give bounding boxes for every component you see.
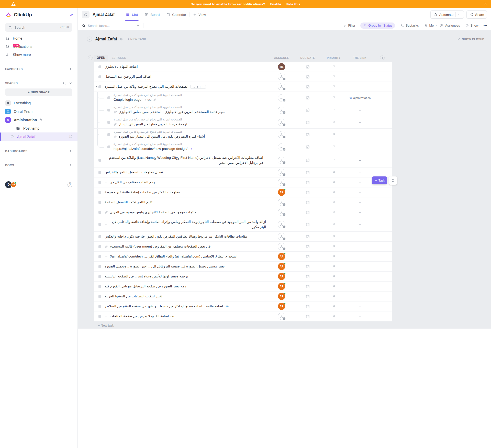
- assignee-cell[interactable]: AR: [269, 293, 295, 300]
- task-row[interactable]: عند اضافه قائمه .. اضافه فيديوا او اكثر …: [94, 301, 392, 311]
- task-row[interactable]: تقيم التاجر نعتمد الناسفل الصفحة + –: [94, 197, 392, 207]
- task-link[interactable]: ajmalzafaf.co: [349, 96, 371, 99]
- priority-cell[interactable]: [321, 222, 347, 226]
- assignee-cell[interactable]: MS: [269, 63, 295, 70]
- add-assignee-button[interactable]: +: [278, 157, 285, 164]
- list-status-icon[interactable]: [82, 11, 90, 18]
- link-cell[interactable]: –: [347, 265, 373, 268]
- task-row[interactable]: رقم الطلب مختلف في الكل من + –: [94, 177, 392, 187]
- due-date-cell[interactable]: [295, 190, 321, 195]
- close-banner-icon[interactable]: [484, 2, 487, 6]
- priority-cell[interactable]: [321, 96, 347, 100]
- assignee-cell[interactable]: +: [269, 313, 295, 320]
- sidebar-search-input[interactable]: Search Ctrl+K: [5, 23, 72, 32]
- task-title[interactable]: اضافة معلومات الاعراس عند تسجل الاعراس (…: [105, 155, 263, 165]
- expand-caret-icon[interactable]: [95, 85, 98, 88]
- priority-cell[interactable]: [321, 85, 347, 89]
- link-cell[interactable]: –: [347, 285, 373, 288]
- priority-cell[interactable]: [321, 295, 347, 298]
- task-row[interactable]: تغيير مسمى تحميل الصوره في صفحه البروفاي…: [94, 262, 392, 272]
- task-status-square[interactable]: [98, 181, 101, 184]
- priority-cell[interactable]: [321, 245, 347, 249]
- add-assignee-button[interactable]: +: [278, 209, 285, 216]
- avatar[interactable]: AR: [10, 182, 16, 188]
- link-cell[interactable]: –: [347, 255, 373, 259]
- priority-cell[interactable]: [321, 315, 347, 318]
- column-header-assignee[interactable]: ASSIGNEE: [274, 56, 289, 59]
- assignee-cell[interactable]: +: [269, 179, 295, 186]
- column-header-priority[interactable]: PRIORITY: [327, 56, 341, 59]
- task-row[interactable]: اضافة المهام بالانجليزي MS –: [94, 62, 392, 72]
- due-date-cell[interactable]: [295, 284, 321, 289]
- task-title[interactable]: حجم قائمة المستخدم العربي غير الانجليزي …: [119, 109, 225, 115]
- priority-cell[interactable]: [321, 210, 347, 214]
- task-status-square[interactable]: [98, 265, 101, 268]
- due-date-cell[interactable]: [295, 75, 321, 79]
- assignee-avatar[interactable]: MS: [278, 63, 285, 70]
- task-row[interactable]: في بعض الصفحات مختلف عن المفروض (user mu…: [94, 242, 392, 252]
- link-cell[interactable]: –: [347, 315, 373, 318]
- link-cell[interactable]: –: [347, 171, 373, 174]
- assignee-cell[interactable]: +: [269, 107, 295, 114]
- add-assignee-button[interactable]: +: [278, 243, 285, 250]
- assignee-cell[interactable]: AR: [269, 263, 295, 270]
- new-task-bottom-button[interactable]: + New task: [98, 321, 392, 330]
- task-status-square[interactable]: [98, 235, 101, 238]
- task-status-square[interactable]: [107, 145, 110, 148]
- task-title[interactable]: اضافة المهام بالانجليزي: [105, 64, 138, 69]
- column-header-the-link[interactable]: THE LINK: [353, 56, 366, 59]
- link-cell[interactable]: –: [347, 158, 373, 162]
- task-title[interactable]: Couple login page: [114, 97, 141, 102]
- due-date-cell[interactable]: [295, 65, 321, 69]
- show-button[interactable]: Show: [465, 24, 478, 28]
- task-row[interactable]: اضافة معلومات الاعراس عند تسجل الاعراس (…: [94, 153, 392, 167]
- priority-cell[interactable]: [321, 305, 347, 308]
- link-cell[interactable]: –: [347, 200, 373, 204]
- info-icon[interactable]: [119, 37, 123, 41]
- assignee-avatar[interactable]: AR: [278, 189, 285, 196]
- link-cell[interactable]: –: [347, 120, 373, 124]
- add-assignee-button[interactable]: +: [278, 143, 285, 151]
- assignee-cell[interactable]: AR: [269, 253, 295, 260]
- due-date-cell[interactable]: [295, 234, 321, 239]
- priority-cell[interactable]: [321, 65, 347, 69]
- assignee-avatar[interactable]: AR: [278, 303, 285, 310]
- due-date-cell[interactable]: [295, 108, 321, 112]
- task-row[interactable]: الصفحات العربية التي تحتاج الترجمة وتأكد…: [94, 141, 392, 153]
- due-date-cell[interactable]: [295, 120, 321, 125]
- chevron-down-icon[interactable]: [458, 13, 461, 16]
- link-cell[interactable]: –: [347, 65, 373, 69]
- task-title[interactable]: ترجمة مرحبا بالعربي جعلها من اليمين الى …: [119, 122, 187, 127]
- spaces-section-header[interactable]: SPACES: [0, 79, 77, 87]
- chevron-down-icon[interactable]: [69, 81, 72, 85]
- chevron-down-icon[interactable]: [18, 183, 21, 186]
- task-row[interactable]: اضافة اسم الزوجين عند التسجيل + –: [94, 72, 392, 82]
- task-title[interactable]: بعد اضافة الفديو لا يعرض في صفحة المنتجا…: [110, 314, 174, 319]
- task-title[interactable]: استخدام النطاق الاساسي (ajmalzafaf.com) …: [110, 254, 238, 259]
- priority-cell[interactable]: [321, 133, 347, 137]
- add-assignee-button[interactable]: +: [278, 169, 285, 176]
- new-task-button[interactable]: + NEW TASK: [128, 38, 146, 41]
- assignee-cell[interactable]: AR: [269, 273, 295, 280]
- task-row[interactable]: منتجات موجود في الصفحة الانجليزي وليس مو…: [94, 207, 392, 217]
- automate-button[interactable]: Automate: [430, 10, 464, 19]
- priority-cell[interactable]: [321, 265, 347, 268]
- chevron-right-icon[interactable]: [69, 149, 72, 153]
- assignee-cell[interactable]: +: [269, 143, 295, 151]
- assignee-cell[interactable]: +: [269, 221, 295, 228]
- task-status-square[interactable]: [107, 96, 110, 99]
- due-date-cell[interactable]: [295, 314, 321, 319]
- add-assignee-button[interactable]: +: [278, 233, 285, 240]
- group-by-button[interactable]: Group by: Status: [360, 23, 395, 29]
- link-cell[interactable]: –: [347, 210, 373, 214]
- due-date-cell[interactable]: [295, 304, 321, 309]
- add-assignee-button[interactable]: +: [278, 83, 285, 90]
- task-status-square[interactable]: [98, 305, 101, 308]
- assignee-cell[interactable]: +: [269, 94, 295, 102]
- floating-add-task-button[interactable]: Task: [372, 176, 387, 184]
- chevron-right-icon[interactable]: [69, 163, 72, 167]
- link-cell[interactable]: –: [347, 191, 373, 194]
- priority-cell[interactable]: [321, 200, 347, 204]
- chevron-down-icon[interactable]: [136, 24, 140, 27]
- due-date-cell[interactable]: [295, 158, 321, 162]
